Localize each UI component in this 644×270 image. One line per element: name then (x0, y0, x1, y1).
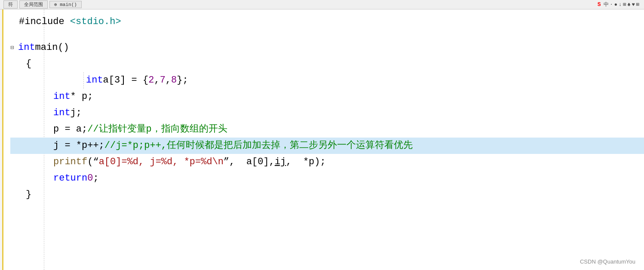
tab-scope[interactable]: 全局范围 (19, 0, 48, 9)
printf-args2: , *p); (286, 154, 325, 170)
top-bar: 符 全局范围 ⊕ main() S 中·●↓⊞♣♥⊞ (0, 0, 644, 9)
printf-ij: ij (275, 154, 286, 170)
code-area: #include <stdio.h> ⊟ int main() { int a[… (0, 9, 644, 270)
line-blank1 (10, 31, 644, 40)
line-open-brace: { (10, 56, 644, 72)
tab-function[interactable]: ⊕ main() (49, 1, 82, 8)
printf-quote1: “ (93, 154, 98, 170)
kw-int-a: int (86, 72, 103, 89)
kw-return: return (53, 170, 87, 187)
printf-func: printf (53, 154, 87, 170)
comment-p-assign: //让指针变量p，指向数组的开头 (87, 121, 227, 138)
toolbar-icons: 中·●↓⊞♣♥⊞ (604, 1, 641, 8)
func-main: main() (35, 40, 69, 56)
line-assign-j: j = *p++; //j=*p;p++,任何时候都是把后加加去掉，第二步另外一… (10, 138, 644, 154)
comment-j-assign2: 看优先 (384, 138, 413, 154)
include-header: <stdio.h> (70, 16, 121, 27)
kw-int-j: int (53, 105, 71, 121)
ptr-p: * p; (71, 89, 93, 105)
tab-symbol[interactable]: 符 (3, 0, 18, 9)
var-j: j; (71, 105, 82, 121)
watermark: CSDN @QuantumYou (580, 258, 635, 265)
include-hash: #include (19, 16, 70, 27)
line-decl-p: int * p; (10, 89, 644, 105)
var-a: a[3] = { (103, 72, 149, 89)
num-8: 8 (171, 72, 177, 89)
line-decl-a: int a[3] = { 2 , 7 , 8 }; (43, 72, 644, 89)
comment-j-assign: //j=*p;p++,任何时候都是把后加加去掉，第二步另外一个运算符 (104, 138, 384, 154)
left-gutter (0, 9, 3, 270)
close-brace: } (26, 187, 31, 203)
line-close-brace: } (10, 187, 644, 203)
printf-args: , a[0], (229, 154, 275, 170)
line-return: return 0 ; (10, 170, 644, 187)
kw-int-p: int (53, 89, 71, 105)
top-bar-left: 符 全局范围 ⊕ main() (3, 0, 82, 9)
kw-int-main: int (18, 40, 35, 56)
fold-icon-main[interactable]: ⊟ (10, 40, 17, 56)
line-printf: printf ( “ a[0]=%d, j=%d, *p=%d\n ” , a[… (10, 154, 644, 170)
line-main-decl: ⊟ int main() (10, 40, 644, 56)
num-2: 2 (148, 72, 154, 89)
editor-container: 符 全局范围 ⊕ main() S 中·●↓⊞♣♥⊞ #include <std… (0, 0, 644, 270)
assign-j-stmt: j = *p++; (53, 138, 104, 154)
sougou-logo: S (598, 1, 601, 8)
top-bar-right: S 中·●↓⊞♣♥⊞ (598, 1, 641, 8)
assign-p-stmt: p = a; (53, 121, 87, 138)
printf-quote2: ” (224, 154, 229, 170)
code-content[interactable]: #include <stdio.h> ⊟ int main() { int a[… (3, 9, 644, 270)
open-brace: { (26, 56, 31, 72)
line-include: #include <stdio.h> (10, 13, 644, 31)
printf-open: ( (87, 154, 93, 170)
printf-str: a[0]=%d, j=%d, *p=%d\n (99, 154, 224, 170)
line-assign-p: p = a; //让指针变量p，指向数组的开头 (10, 121, 644, 138)
return-val: 0 (87, 170, 93, 187)
num-7: 7 (160, 72, 166, 89)
line-decl-j: int j; (10, 105, 644, 121)
sougou-bar: S 中·●↓⊞♣♥⊞ (598, 1, 641, 8)
